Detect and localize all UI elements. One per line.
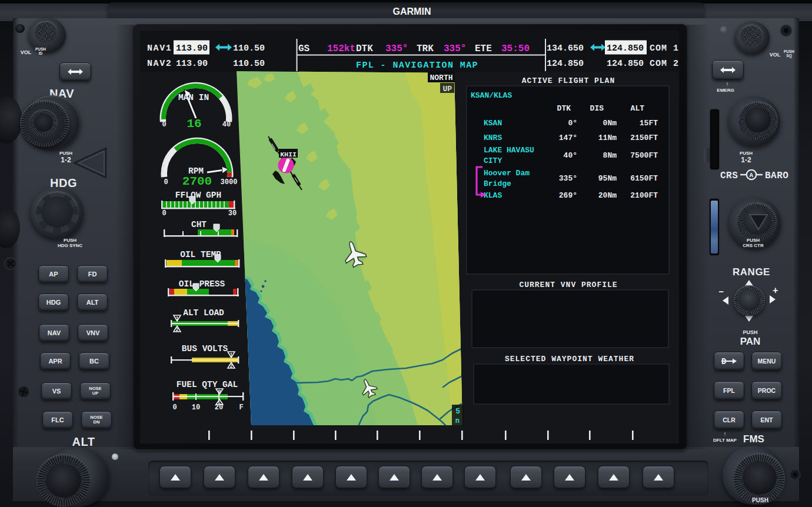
svg-text:KSAN/KLAS: KSAN/KLAS [471, 91, 512, 100]
svg-text:KLAS: KLAS [484, 191, 502, 200]
svg-text:2150FT: 2150FT [630, 134, 658, 142]
svg-text:FFLOW GPH: FFLOW GPH [175, 191, 221, 200]
svg-text:F: F [239, 403, 243, 412]
svg-text:0: 0 [162, 209, 166, 218]
svg-text:COM 2: COM 2 [650, 59, 679, 69]
svg-text:110.50: 110.50 [233, 44, 265, 54]
svg-text:R: R [218, 389, 221, 395]
svg-text:0: 0 [164, 178, 168, 186]
svg-text:35:50: 35:50 [501, 44, 530, 54]
svg-text:110.50: 110.50 [233, 59, 265, 69]
svg-text:A: A [749, 172, 753, 179]
svg-text:2: 2 [175, 327, 178, 333]
svg-text:11Nm: 11Nm [598, 134, 617, 142]
svg-text:FPL - NAVIGATION MAP: FPL - NAVIGATION MAP [356, 61, 478, 71]
svg-text:113.90: 113.90 [176, 59, 208, 69]
svg-text:15FT: 15FT [640, 119, 658, 128]
svg-text:−: − [718, 288, 724, 298]
svg-text:6150FT: 6150FT [630, 174, 658, 183]
svg-text:CHT: CHT [191, 220, 207, 229]
svg-text:335°: 335° [385, 44, 408, 54]
svg-text:20Nm: 20Nm [598, 191, 617, 200]
svg-text:OIL PRESS: OIL PRESS [179, 279, 225, 289]
svg-text:0: 0 [162, 121, 166, 129]
svg-text:SELECTED WAYPOINT WEATHER: SELECTED WAYPOINT WEATHER [505, 355, 634, 363]
svg-text:NAV1: NAV1 [147, 44, 172, 54]
svg-text:2: 2 [229, 363, 232, 369]
svg-text:ACTIVE FLIGHT PLAN: ACTIVE FLIGHT PLAN [522, 76, 615, 85]
svg-text:95Nm: 95Nm [598, 174, 617, 183]
svg-text:3000: 3000 [221, 178, 238, 186]
svg-text:0°: 0° [568, 119, 577, 128]
svg-text:GS: GS [298, 44, 310, 54]
svg-text:1: 1 [175, 316, 178, 322]
svg-text:DTK: DTK [557, 104, 571, 113]
svg-text:16: 16 [187, 117, 201, 131]
svg-text:LAKE HAVASU: LAKE HAVASU [484, 146, 534, 155]
svg-text:CRS: CRS [720, 171, 738, 181]
svg-text:NORTH: NORTH [430, 74, 452, 82]
svg-text:40: 40 [222, 121, 231, 129]
svg-text:113.90: 113.90 [176, 44, 208, 54]
svg-text:CITY: CITY [484, 156, 502, 165]
svg-text:335°: 335° [559, 174, 577, 183]
svg-text:134.650: 134.650 [547, 44, 584, 54]
svg-text:KSAN: KSAN [484, 119, 502, 128]
svg-text:MAN IN: MAN IN [178, 93, 209, 102]
svg-text:0: 0 [172, 403, 177, 412]
svg-text:Hoover Dam: Hoover Dam [484, 169, 530, 178]
svg-text:Bridge: Bridge [484, 179, 511, 188]
svg-text:FUEL QTY GAL: FUEL QTY GAL [177, 380, 238, 389]
svg-text:0Nm: 0Nm [603, 119, 617, 128]
svg-text:ETE: ETE [475, 44, 492, 54]
svg-text:10: 10 [192, 403, 200, 412]
svg-text:ALT: ALT [631, 104, 645, 113]
svg-text:1: 1 [229, 352, 232, 358]
svg-text:2700: 2700 [182, 175, 212, 188]
svg-text:BUS VOLTS: BUS VOLTS [182, 344, 228, 353]
svg-text:269°: 269° [559, 191, 577, 200]
svg-text:30: 30 [228, 209, 237, 218]
svg-text:7500FT: 7500FT [630, 151, 658, 160]
svg-text:124.850: 124.850 [607, 44, 644, 54]
svg-text:UP: UP [442, 85, 452, 94]
svg-text:n: n [455, 417, 460, 425]
svg-text:335°: 335° [444, 44, 466, 54]
svg-text:124.850: 124.850 [607, 59, 644, 69]
svg-text:+: + [773, 286, 778, 296]
svg-text:40°: 40° [564, 151, 577, 160]
svg-text:CURRENT VNV PROFILE: CURRENT VNV PROFILE [519, 281, 617, 289]
svg-text:2100FT: 2100FT [630, 191, 658, 200]
svg-text:COM 1: COM 1 [650, 44, 679, 54]
svg-text:5: 5 [455, 407, 460, 416]
svg-text:152kt: 152kt [327, 44, 355, 54]
svg-text:NAV2: NAV2 [147, 59, 172, 69]
svg-text:ALT LOAD: ALT LOAD [183, 308, 224, 318]
svg-text:TRK: TRK [417, 44, 434, 54]
svg-text:8Nm: 8Nm [603, 151, 617, 160]
svg-text:KNRS: KNRS [484, 134, 502, 142]
svg-text:20: 20 [215, 403, 223, 412]
svg-text:DIS: DIS [590, 104, 604, 113]
svg-text:147°: 147° [559, 134, 577, 142]
svg-text:BARO: BARO [765, 171, 788, 181]
svg-text:124.850: 124.850 [547, 59, 584, 69]
svg-text:DTK: DTK [356, 44, 373, 54]
svg-text:KHII: KHII [280, 151, 297, 158]
